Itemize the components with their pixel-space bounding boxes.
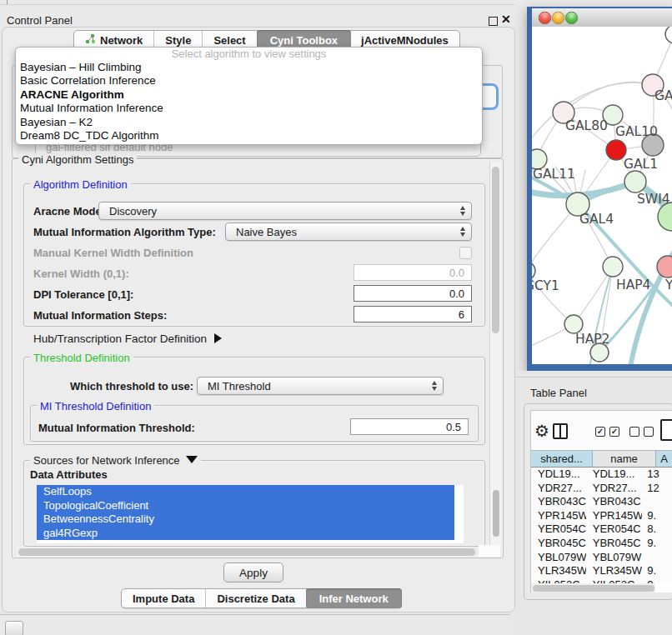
- bottom-tabbar: Impute Data Discretize Data Infer Networ…: [121, 588, 402, 608]
- kernel-width-label: Kernel Width (0,1):: [33, 268, 129, 280]
- attribute-item-selected[interactable]: gal4RGexp: [37, 527, 454, 541]
- select-all-columns-icon[interactable]: ✓ ✓: [595, 427, 619, 437]
- kernel-width-field[interactable]: 0.0: [354, 264, 472, 281]
- network-canvas[interactable]: GALGAL80GAL10GAL1GAL11SWI4GAL4GCY1HAP4YH…: [532, 27, 672, 364]
- hub-section-toggle[interactable]: Hub/Transcription Factor Definition: [33, 332, 222, 345]
- table-cell[interactable]: YPR145W: [531, 509, 586, 523]
- table-cell[interactable]: YLR345W: [586, 564, 643, 578]
- network-node-top-partial[interactable]: [665, 27, 672, 43]
- algorithm-dropdown-prompt: Select algorithm to view settings: [16, 48, 482, 61]
- network-node-GCY1[interactable]: [532, 262, 535, 280]
- network-node-label: HAP2: [575, 332, 609, 347]
- table-cell[interactable]: YBL079W: [586, 551, 643, 565]
- table-row[interactable]: YBL079WYBL079W: [531, 551, 672, 565]
- attributes-scrollbar-thumb[interactable]: [493, 490, 499, 537]
- manual-kernel-label: Manual Kernel Width Definition: [33, 247, 193, 259]
- network-node-HAP4[interactable]: [603, 257, 623, 277]
- table-cell[interactable]: YBR045C: [586, 537, 643, 551]
- table-cell[interactable]: 13: [642, 468, 672, 482]
- column-header-partial[interactable]: A: [656, 450, 672, 468]
- table-cell[interactable]: YDR27...: [586, 482, 643, 496]
- column-header-label: name: [610, 452, 638, 465]
- table-cell[interactable]: YDL19...: [586, 468, 643, 482]
- dpi-tolerance-field[interactable]: 0.0: [354, 285, 472, 302]
- attribute-item-selected[interactable]: SelfLoops: [37, 485, 454, 499]
- settings-scrollbar-track[interactable]: [489, 162, 501, 545]
- network-node-right-green[interactable]: [658, 202, 672, 231]
- algorithm-option[interactable]: Mutual Information Inference: [16, 102, 482, 115]
- table-row[interactable]: YBR043CYBR043C: [531, 495, 672, 509]
- document-icon[interactable]: [660, 419, 672, 441]
- network-node-SWI4[interactable]: [624, 171, 646, 192]
- window-zoom-icon[interactable]: [565, 12, 578, 24]
- tab-discretize-data[interactable]: Discretize Data: [206, 589, 306, 608]
- algorithm-option[interactable]: Bayesian – Hill Climbing: [16, 61, 482, 74]
- table-row[interactable]: YPR145WYPR145W9.: [531, 509, 672, 523]
- sources-toggle[interactable]: Sources for Network Inference: [30, 454, 201, 467]
- table-cell[interactable]: YBR043C: [586, 495, 643, 509]
- table-cell[interactable]: YER054C: [586, 522, 643, 537]
- table-cell[interactable]: YDL19...: [531, 468, 586, 482]
- mi-type-select[interactable]: Naive Bayes: [225, 222, 472, 241]
- table-cell[interactable]: YBL079W: [531, 551, 586, 565]
- window-close-icon[interactable]: [539, 12, 551, 24]
- table-cell[interactable]: YBR043C: [531, 495, 586, 509]
- algorithm-option[interactable]: Bayesian – K2: [16, 116, 482, 129]
- table-row[interactable]: YLR345WYLR345W9.: [531, 564, 672, 578]
- which-threshold-select[interactable]: MI Threshold: [197, 377, 444, 395]
- table-cell[interactable]: 12: [642, 482, 672, 496]
- stepper-arrows-icon: [460, 206, 465, 216]
- node-table[interactable]: YDL19...YDL19...13YDR27...YDR27...12YBR0…: [531, 468, 672, 583]
- table-row[interactable]: YER054CYER054C8.: [531, 522, 672, 537]
- table-cell[interactable]: YER054C: [531, 522, 586, 537]
- table-row[interactable]: YBR045CYBR045C9.: [531, 537, 672, 551]
- table-row[interactable]: YDR27...YDR27...12: [531, 482, 672, 496]
- settings-hscrollbar-track[interactable]: [15, 547, 475, 557]
- table-cell[interactable]: [642, 551, 672, 565]
- mi-steps-field[interactable]: 6: [354, 306, 472, 322]
- table-cell[interactable]: 9.: [642, 509, 672, 523]
- table-hscrollbar-thumb[interactable]: [533, 585, 654, 592]
- network-node-HAP2[interactable]: [564, 315, 583, 333]
- algorithm-option[interactable]: Basic Correlation Inference: [16, 74, 482, 88]
- table-cell[interactable]: 8.: [642, 522, 672, 537]
- scrollbar-corner: [479, 545, 500, 557]
- settings-scrollbar-thumb[interactable]: [492, 167, 499, 333]
- manual-kernel-checkbox[interactable]: [459, 247, 472, 259]
- algorithm-dropdown-list: Bayesian – Hill ClimbingBasic Correlatio…: [16, 61, 482, 142]
- table-row[interactable]: YDL19...YDL19...13: [531, 468, 672, 482]
- tab-impute-label: Impute Data: [133, 592, 194, 605]
- aracne-mode-select[interactable]: Discovery: [98, 202, 472, 220]
- bottom-left-button[interactable]: [5, 621, 23, 635]
- mi-threshold-value: 0.5: [446, 421, 461, 433]
- apply-button[interactable]: Apply: [223, 562, 283, 582]
- algorithm-option[interactable]: Dream8 DC_TDC Algorithm: [16, 129, 482, 142]
- network-node-label: GAL11: [533, 167, 575, 182]
- attribute-item-selected[interactable]: TopologicalCoefficient: [37, 499, 454, 513]
- mi-threshold-field[interactable]: 0.5: [350, 418, 469, 435]
- float-window-icon[interactable]: [489, 17, 498, 26]
- columns-icon[interactable]: [553, 423, 568, 439]
- window-minimize-icon[interactable]: [552, 12, 564, 24]
- checked-box-icon: ✓: [595, 427, 605, 437]
- tab-impute-data[interactable]: Impute Data: [122, 589, 206, 608]
- kernel-width-value: 0.0: [449, 267, 464, 279]
- data-attributes-list[interactable]: SelfLoopsTopologicalCoefficientBetweenne…: [37, 485, 464, 543]
- gear-icon[interactable]: ⚙: [534, 421, 549, 441]
- close-icon[interactable]: ✕: [501, 12, 511, 26]
- table-cell[interactable]: 9.: [642, 564, 672, 578]
- table-cell[interactable]: YDR27...: [531, 482, 586, 496]
- mi-steps-label: Mutual Information Steps:: [33, 309, 167, 322]
- table-cell[interactable]: YLR345W: [531, 564, 586, 578]
- unselect-all-columns-icon[interactable]: [629, 427, 654, 437]
- settings-hscrollbar-thumb[interactable]: [18, 548, 475, 556]
- tab-infer-network[interactable]: Infer Network: [306, 588, 402, 608]
- attribute-item-selected[interactable]: BetweennessCentrality: [37, 512, 454, 527]
- column-header-shared-name[interactable]: shared...: [531, 450, 593, 468]
- table-cell[interactable]: YPR145W: [586, 509, 643, 523]
- table-cell[interactable]: YBR045C: [531, 537, 586, 551]
- table-cell[interactable]: [642, 495, 672, 509]
- algorithm-option[interactable]: ARACNE Algorithm: [16, 88, 482, 102]
- table-cell[interactable]: 9.: [642, 537, 672, 551]
- column-header-name[interactable]: name: [593, 450, 656, 468]
